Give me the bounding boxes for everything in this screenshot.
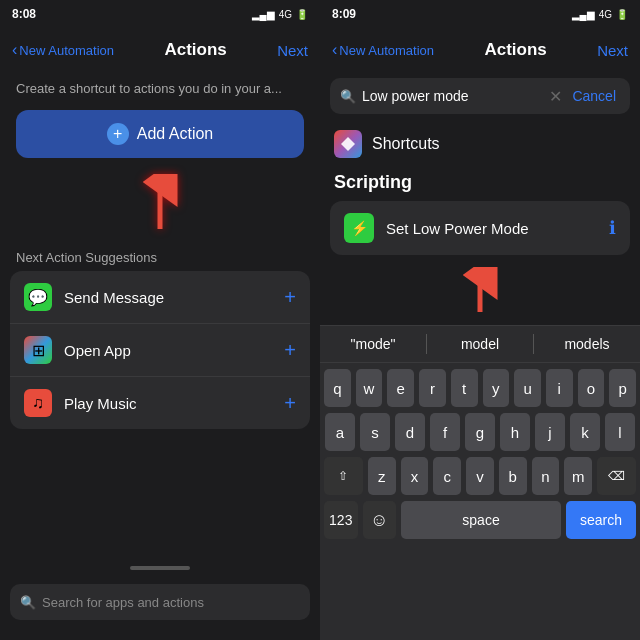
num-key[interactable]: 123 — [324, 501, 358, 539]
back-button-left[interactable]: ‹ New Automation — [12, 41, 114, 59]
status-icons-right: ▂▄▆ 4G 🔋 — [572, 9, 628, 20]
search-icon-bottom: 🔍 — [20, 595, 36, 610]
key-b[interactable]: b — [499, 457, 527, 495]
key-l[interactable]: l — [605, 413, 635, 451]
key-m[interactable]: m — [564, 457, 592, 495]
status-bar-right: 8:09 ▂▄▆ 4G 🔋 — [320, 0, 640, 28]
key-t[interactable]: t — [451, 369, 478, 407]
search-placeholder-text: Search for apps and actions — [42, 595, 204, 610]
add-suggestion-2[interactable]: + — [284, 392, 296, 415]
add-action-button[interactable]: + Add Action — [16, 110, 304, 158]
suggestion-label-1: Open App — [64, 342, 284, 359]
keyboard: q w e r t y u i o p a s d f g h j k l ⇧ … — [320, 363, 640, 640]
result-set-low-power-mode[interactable]: ⚡ Set Low Power Mode ℹ — [330, 201, 630, 255]
autocomplete-1[interactable]: model — [427, 334, 534, 354]
description-text: Create a shortcut to actions you do in y… — [0, 72, 320, 110]
cancel-button[interactable]: Cancel — [568, 88, 620, 104]
shortcuts-app-icon — [334, 130, 362, 158]
nav-bar-right: ‹ New Automation Actions Next — [320, 28, 640, 72]
search-input[interactable] — [362, 88, 543, 104]
key-z[interactable]: z — [368, 457, 396, 495]
emoji-key[interactable]: ☺ — [363, 501, 397, 539]
status-bar-left: 8:08 ▂▄▆ 4G 🔋 — [0, 0, 320, 28]
left-phone-panel: 8:08 ▂▄▆ 4G 🔋 ‹ New Automation Actions N… — [0, 0, 320, 640]
key-c[interactable]: c — [433, 457, 461, 495]
key-d[interactable]: d — [395, 413, 425, 451]
nav-title-left: Actions — [164, 40, 226, 60]
signal-icon-left: ▂▄▆ — [252, 9, 275, 20]
nav-bar-left: ‹ New Automation Actions Next — [0, 28, 320, 72]
battery-icon-left: 🔋 — [296, 9, 308, 20]
key-j[interactable]: j — [535, 413, 565, 451]
info-icon[interactable]: ℹ — [609, 217, 616, 239]
result-label: Set Low Power Mode — [386, 220, 609, 237]
search-bar-bottom[interactable]: 🔍 Search for apps and actions — [10, 584, 310, 620]
key-q[interactable]: q — [324, 369, 351, 407]
key-r[interactable]: r — [419, 369, 446, 407]
music-icon: ♫ — [24, 389, 52, 417]
delete-key[interactable]: ⌫ — [597, 457, 636, 495]
back-button-right[interactable]: ‹ New Automation — [332, 41, 434, 59]
suggestion-label-2: Play Music — [64, 395, 284, 412]
next-button-right[interactable]: Next — [597, 42, 628, 59]
add-suggestion-0[interactable]: + — [284, 286, 296, 309]
bottom-pill-left — [130, 566, 190, 570]
key-row-2: a s d f g h j k l — [324, 413, 636, 451]
red-arrow-right — [320, 267, 640, 317]
key-y[interactable]: y — [483, 369, 510, 407]
back-arrow-left: ‹ — [12, 41, 17, 59]
key-u[interactable]: u — [514, 369, 541, 407]
search-key[interactable]: search — [566, 501, 636, 539]
network-type-right: 4G — [599, 9, 612, 20]
shift-key[interactable]: ⇧ — [324, 457, 363, 495]
shortcuts-label: Shortcuts — [372, 135, 440, 153]
suggestion-open-app[interactable]: ⊞ Open App + — [10, 324, 310, 377]
key-e[interactable]: e — [387, 369, 414, 407]
key-v[interactable]: v — [466, 457, 494, 495]
suggestion-send-message[interactable]: 💬 Send Message + — [10, 271, 310, 324]
plus-circle-icon: + — [107, 123, 129, 145]
clear-search-button[interactable]: ✕ — [549, 87, 562, 106]
autocomplete-bar: "mode" model models — [320, 325, 640, 363]
key-row-1: q w e r t y u i o p — [324, 369, 636, 407]
key-x[interactable]: x — [401, 457, 429, 495]
key-a[interactable]: a — [325, 413, 355, 451]
network-type-left: 4G — [279, 9, 292, 20]
back-label-right: New Automation — [339, 43, 434, 58]
search-icon-right: 🔍 — [340, 89, 356, 104]
key-row-3: ⇧ z x c v b n m ⌫ — [324, 457, 636, 495]
key-h[interactable]: h — [500, 413, 530, 451]
status-time-right: 8:09 — [332, 7, 356, 21]
key-g[interactable]: g — [465, 413, 495, 451]
search-input-bar[interactable]: 🔍 ✕ Cancel — [330, 78, 630, 114]
back-label-left: New Automation — [19, 43, 114, 58]
next-button-left[interactable]: Next — [277, 42, 308, 59]
key-f[interactable]: f — [430, 413, 460, 451]
key-k[interactable]: k — [570, 413, 600, 451]
add-suggestion-1[interactable]: + — [284, 339, 296, 362]
autocomplete-0[interactable]: "mode" — [320, 334, 427, 354]
status-time-left: 8:08 — [12, 7, 36, 21]
nav-title-right: Actions — [484, 40, 546, 60]
scripting-title: Scripting — [320, 168, 640, 201]
space-key[interactable]: space — [401, 501, 561, 539]
key-w[interactable]: w — [356, 369, 383, 407]
key-p[interactable]: p — [609, 369, 636, 407]
section-title: Next Action Suggestions — [0, 242, 320, 271]
key-o[interactable]: o — [578, 369, 605, 407]
autocomplete-2[interactable]: models — [534, 334, 640, 354]
messages-icon: 💬 — [24, 283, 52, 311]
key-i[interactable]: i — [546, 369, 573, 407]
suggestion-play-music[interactable]: ♫ Play Music + — [10, 377, 310, 429]
battery-icon-right: 🔋 — [616, 9, 628, 20]
status-icons-left: ▂▄▆ 4G 🔋 — [252, 9, 308, 20]
add-action-label: Add Action — [137, 125, 214, 143]
low-power-icon: ⚡ — [344, 213, 374, 243]
key-n[interactable]: n — [532, 457, 560, 495]
key-s[interactable]: s — [360, 413, 390, 451]
right-phone-panel: 8:09 ▂▄▆ 4G 🔋 ‹ New Automation Actions N… — [320, 0, 640, 640]
openapp-icon: ⊞ — [24, 336, 52, 364]
signal-icon-right: ▂▄▆ — [572, 9, 595, 20]
back-arrow-right: ‹ — [332, 41, 337, 59]
key-row-4: 123 ☺ space search — [324, 501, 636, 539]
